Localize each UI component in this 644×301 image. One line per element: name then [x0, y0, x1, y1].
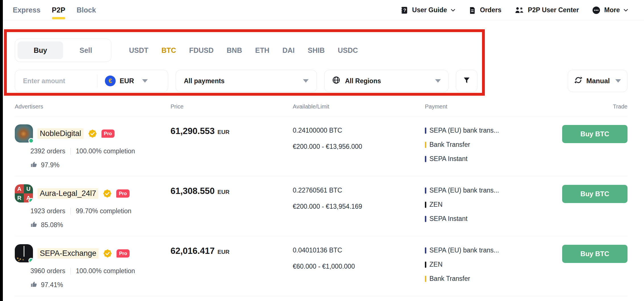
col-payment: Payment: [425, 103, 561, 110]
completion-rate: 100.00% completion: [76, 267, 135, 275]
divider: [70, 148, 71, 155]
asset-tab-eth[interactable]: ETH: [255, 46, 269, 55]
thumbs-up-icon: [30, 161, 38, 170]
tab-p2p[interactable]: P2P: [52, 0, 65, 20]
top-nav: Express P2P Block ? User Guide: [3, 0, 644, 20]
col-advertisers: Advertisers: [15, 103, 171, 110]
orders-document-icon: [468, 6, 476, 15]
p2p-user-center-label: P2P User Center: [528, 6, 579, 14]
amount-input[interactable]: [23, 77, 95, 85]
advertiser-cell: SEPA-Exchange Pro 3960 orders 100.00% co…: [15, 244, 171, 289]
completion-rate: 99.70% completion: [76, 207, 132, 215]
svg-text:?: ?: [403, 7, 406, 12]
advertiser-name[interactable]: SEPA-Exchange: [38, 248, 99, 259]
payment-color-bar: [425, 216, 426, 222]
thumbs-up-icon: [30, 281, 38, 289]
available-amount: 0.24100000 BTC: [293, 127, 425, 134]
payment-color-bar: [425, 262, 426, 268]
caret-down-icon: [615, 79, 621, 83]
payment-color-bar: [425, 142, 426, 148]
available-amount: 0.22760561 BTC: [293, 187, 425, 194]
trade-cell: Buy BTC: [561, 244, 628, 263]
verified-badge-icon: [88, 129, 97, 138]
regions-dropdown[interactable]: All Regions: [324, 70, 448, 92]
table-header: Advertisers Price Available/Limit Paymen…: [15, 103, 628, 116]
advertiser-avatar[interactable]: A U R A: [15, 184, 33, 202]
payment-color-bar: [425, 202, 426, 208]
payment-method: SEPA Instant: [425, 215, 561, 223]
buy-btc-button[interactable]: Buy BTC: [562, 185, 628, 203]
payment-method: SEPA (EU) bank trans...: [425, 187, 561, 194]
payment-method-label: Bank Transfer: [429, 141, 470, 149]
payment-color-bar: [425, 127, 426, 134]
asset-tab-btc[interactable]: BTC: [161, 46, 176, 55]
payment-method-label: ZEN: [429, 261, 443, 268]
caret-down-icon: [142, 79, 148, 83]
offers-table: Advertisers Price Available/Limit Paymen…: [3, 103, 644, 296]
payment-method: SEPA Instant: [425, 155, 561, 163]
advanced-filter-button[interactable]: [456, 70, 477, 92]
tab-express[interactable]: Express: [13, 0, 40, 20]
available-limit-cell: 0.22760561 BTC €200.000 - €13,954.169: [293, 184, 425, 210]
payments-dropdown[interactable]: All payments: [176, 70, 317, 92]
sell-toggle[interactable]: Sell: [63, 41, 109, 59]
globe-icon: [332, 76, 340, 86]
refresh-icon: [574, 76, 582, 86]
refresh-mode-dropdown[interactable]: Manual: [568, 70, 628, 92]
col-trade: Trade: [561, 103, 628, 110]
more-label: More: [604, 6, 620, 14]
payment-method: ZEN: [425, 261, 561, 268]
thumbs-up-icon: [30, 221, 38, 229]
advertiser-name[interactable]: Aura-Legal_24l7: [38, 188, 98, 199]
payment-method: Bank Transfer: [425, 141, 561, 149]
user-guide-label: User Guide: [412, 6, 447, 14]
orders-link[interactable]: Orders: [468, 6, 501, 15]
payment-method-label: SEPA (EU) bank trans...: [429, 127, 499, 134]
p2p-user-center-link[interactable]: P2P User Center: [514, 6, 579, 15]
buy-toggle[interactable]: Buy: [18, 41, 63, 59]
payments-dropdown-value: All payments: [184, 77, 225, 85]
pro-badge: Pro: [116, 189, 129, 198]
payment-color-bar: [425, 247, 426, 254]
trade-cell: Buy BTC: [561, 184, 628, 203]
advertiser-name[interactable]: NobleDigital: [38, 128, 84, 139]
positive-rating: 97.9%: [41, 161, 59, 169]
completion-rate: 100.00% completion: [76, 147, 135, 155]
payment-method: SEPA (EU) bank trans...: [425, 127, 561, 134]
positive-rating: 85.08%: [41, 221, 63, 229]
asset-tab-fdusd[interactable]: FDUSD: [189, 46, 213, 55]
screen-left-edge: [0, 0, 3, 301]
advertiser-avatar[interactable]: [15, 244, 33, 262]
payment-method: Bank Transfer: [425, 275, 561, 283]
fiat-currency-selector[interactable]: EUR: [120, 77, 134, 85]
order-limit: €200.000 - €13,956.000: [293, 143, 425, 150]
offer-row: SEPA-Exchange Pro 3960 orders 100.00% co…: [15, 236, 628, 296]
chevron-down-icon: [451, 9, 455, 12]
payment-method-label: SEPA (EU) bank trans...: [429, 246, 499, 254]
price-unit: EUR: [217, 249, 229, 255]
advertiser-avatar[interactable]: [15, 124, 33, 143]
orders-count: 1923 orders: [30, 207, 65, 215]
payment-method-label: SEPA (EU) bank trans...: [429, 187, 499, 194]
more-menu[interactable]: More: [592, 6, 628, 14]
advertiser-cell: NobleDigital Pro 2392 orders 100.00% com…: [15, 124, 171, 170]
asset-tab-usdc[interactable]: USDC: [338, 46, 358, 55]
pro-badge: Pro: [117, 249, 130, 258]
divider: [70, 208, 71, 215]
offer-row: A U R A Aura-Legal_24l7 Pro: [15, 176, 628, 236]
divider: [97, 74, 97, 87]
col-available-limit: Available/Limit: [293, 103, 425, 110]
asset-tab-usdt[interactable]: USDT: [129, 46, 148, 55]
buy-btc-button[interactable]: Buy BTC: [562, 245, 628, 263]
asset-tab-shib[interactable]: SHIB: [308, 46, 325, 55]
asset-tab-dai[interactable]: DAI: [282, 46, 295, 55]
available-amount: 0.04010136 BTC: [293, 246, 425, 254]
advertiser-cell: A U R A Aura-Legal_24l7 Pro: [15, 184, 171, 229]
filter-row-top: Buy Sell USDT BTC FDUSD BNB ETH DAI SHIB…: [15, 39, 628, 62]
offer-row: NobleDigital Pro 2392 orders 100.00% com…: [15, 116, 628, 176]
more-ellipsis-icon: [592, 6, 601, 14]
buy-btc-button[interactable]: Buy BTC: [562, 125, 628, 143]
user-guide-link[interactable]: ? User Guide: [400, 6, 455, 15]
tab-block[interactable]: Block: [77, 0, 96, 20]
asset-tab-bnb[interactable]: BNB: [227, 46, 242, 55]
